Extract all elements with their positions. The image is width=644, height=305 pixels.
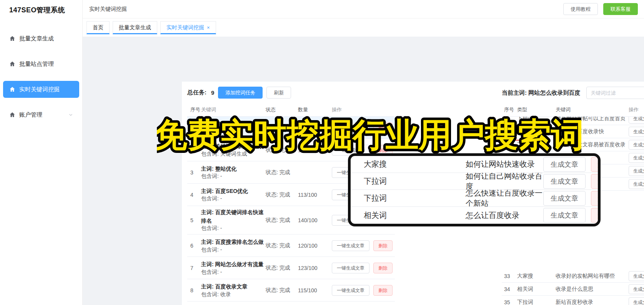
row-include-words: 包含词: - xyxy=(201,173,222,179)
tasks-total-label: 总任务: xyxy=(187,89,206,96)
tutorial-button[interactable]: 使用教程 xyxy=(563,3,598,15)
sidebar-item-batch-site[interactable]: 批量站点管理 xyxy=(3,55,79,72)
table-row[interactable]: 22 下拉词 哪个网站百度收录快 生成文章删除 xyxy=(502,125,644,138)
row-count: 123/100 xyxy=(298,265,332,271)
row-type: 大家搜 xyxy=(517,273,556,280)
row-keyword: 如何让网站快速收录 xyxy=(466,159,543,169)
delete-button[interactable]: 删除 xyxy=(373,285,393,296)
row-keyword: 怎么快速让百度收录一个新站 xyxy=(466,190,543,207)
col-keyword: 关键词 xyxy=(201,106,266,113)
home-icon xyxy=(9,112,15,118)
tab-label: 批量文章生成 xyxy=(119,24,151,31)
table-row[interactable]: 6 主词: 百度搜索排名怎么做包含词: - 状态: 完成 120/100 一键生… xyxy=(187,235,395,257)
col-type: 类型 xyxy=(517,106,556,113)
generate-article-button[interactable]: 生成文章 xyxy=(543,157,586,172)
table-row[interactable]: 8 主词: 百度收录文章包含词: 收录 状态: 完成 115/100 一键生成文… xyxy=(187,279,395,302)
row-status: 状态: 完成 xyxy=(266,242,298,249)
generate-article-button[interactable]: 生成文章 xyxy=(629,271,644,281)
tab-home[interactable]: 首页 xyxy=(87,21,110,34)
row-type: 相关词 xyxy=(364,210,466,221)
generate-article-button[interactable]: 生成文章 xyxy=(629,284,644,294)
row-keyword: 收录是什么意思 xyxy=(556,286,629,293)
keyword-filter-input[interactable] xyxy=(586,87,644,99)
refresh-button[interactable]: 刷新 xyxy=(266,87,291,99)
generate-article-button[interactable]: 生成文章 xyxy=(629,140,644,150)
col-status: 状态 xyxy=(266,106,298,113)
home-icon xyxy=(9,35,15,42)
row-keyword: 新站百度秒收录 xyxy=(556,299,629,305)
tab-batch-article[interactable]: 批量文章生成 xyxy=(113,21,157,34)
row-type-highlighted: 下拉词 xyxy=(513,140,537,150)
row-main-keyword: 主词: 百度关键词排名快速排名 xyxy=(201,209,264,224)
generate-article-button[interactable]: 一键生成文章 xyxy=(332,263,369,273)
tab-label: 首页 xyxy=(93,24,103,31)
table-row[interactable]: 23 下拉词 哪些平台发文容易被百度收录 生成文章删除 xyxy=(502,138,644,151)
generate-article-button[interactable]: 生成文章 xyxy=(629,117,644,124)
generate-article-button[interactable]: 生成文章 xyxy=(629,166,644,176)
row-count: 100/100 xyxy=(298,147,332,153)
table-row[interactable]: 35 下拉词 新站百度秒收录 生成文章删除 xyxy=(502,296,644,305)
row-main-keyword: 主词: 关键词文章自动生成 xyxy=(201,143,264,149)
generate-article-button[interactable]: 生成文章 xyxy=(629,297,644,305)
row-count: 115/100 xyxy=(298,287,332,293)
generate-article-button[interactable]: 生成文章 xyxy=(543,174,586,189)
sidebar-menu: 批量文章生成 批量站点管理 实时关键词挖掘 账户管理 xyxy=(0,30,82,123)
sidebar-item-batch-article[interactable]: 批量文章生成 xyxy=(3,30,79,47)
row-no: 2 xyxy=(187,147,201,153)
delete-button[interactable]: 删除 xyxy=(591,191,598,206)
row-main-keyword: 主词: 百度搜索排名怎么做 xyxy=(201,239,264,245)
sidebar: 147SEO管理系统 批量文章生成 批量站点管理 实时关键词挖掘 账户管理 xyxy=(0,0,83,305)
tab-keyword-mining[interactable]: 实时关键词挖掘 × xyxy=(160,21,216,34)
add-mining-task-button[interactable]: 添加挖词任务 xyxy=(218,87,263,99)
table-row[interactable]: 1 主词: 网站怎么收录到百度包含词: - 状态: 完成 112/100 一键生… xyxy=(187,117,395,139)
delete-button[interactable]: 删除 xyxy=(373,240,393,251)
tasks-table-header: 序号 关键词 状态 数量 操作 xyxy=(187,104,395,117)
table-row[interactable]: 34 相关词 收录是什么意思 生成文章删除 xyxy=(502,283,644,296)
close-icon[interactable]: × xyxy=(207,25,210,30)
delete-button[interactable]: 删除 xyxy=(373,263,393,273)
sidebar-item-keyword-mining[interactable]: 实时关键词挖掘 xyxy=(3,81,79,98)
table-row[interactable]: 21 下拉词 哪个网站发帖可以上百度首页 生成文章删除 xyxy=(502,117,644,125)
row-no: 7 xyxy=(187,265,201,271)
row-keyword: 哪个网站发帖可以上百度首页 xyxy=(556,117,629,122)
chevron-down-icon xyxy=(68,112,73,117)
tasks-header: 总任务: 9 添加挖词任务 刷新 xyxy=(187,87,291,99)
sidebar-item-account[interactable]: 账户管理 xyxy=(3,106,79,123)
home-icon xyxy=(9,61,15,67)
row-type: 下拉词 xyxy=(517,128,556,135)
delete-button[interactable]: 删除 xyxy=(591,157,598,172)
row-no: 1 xyxy=(187,125,201,131)
row-status: 状态: 完成 xyxy=(266,287,298,294)
row-include-words: 包含词: - xyxy=(201,269,222,275)
generate-article-button[interactable]: 生成文章 xyxy=(543,191,586,206)
generate-article-button[interactable]: 一键生成文章 xyxy=(332,240,369,251)
col-keyword: 关键词 xyxy=(556,106,629,113)
app-logo: 147SEO管理系统 xyxy=(0,0,82,15)
generate-article-button[interactable]: 生成文章 xyxy=(629,127,644,137)
contact-support-button[interactable]: 联系客服 xyxy=(603,3,638,15)
row-keyword: 如何让自己网站收录百度 xyxy=(466,173,543,190)
generate-article-button[interactable]: 生成文章 xyxy=(629,153,644,163)
row-no: 4 xyxy=(187,192,201,198)
delete-button[interactable]: 删除 xyxy=(591,174,598,189)
generate-article-button[interactable]: 生成文章 xyxy=(543,208,586,223)
table-row[interactable]: 7 主词: 网站怎么做才有流量包含词: - 状态: 完成 123/100 一键生… xyxy=(187,257,395,279)
generate-article-button[interactable]: 生成文章 xyxy=(629,179,644,189)
table-row[interactable]: 33 大家搜 收录好的发帖网站有哪些 生成文章删除 xyxy=(502,270,644,283)
row-count: 140/100 xyxy=(298,217,332,223)
generate-article-button[interactable]: 一键生成文章 xyxy=(332,122,369,133)
callout-row: 下拉词 如何让自己网站收录百度 生成文章 删除 xyxy=(351,173,598,190)
delete-button[interactable]: 删除 xyxy=(591,208,598,223)
top-header: 实时关键词挖掘 使用教程 联系客服 xyxy=(83,0,644,18)
row-include-words: 包含词: - xyxy=(201,195,222,201)
tab-label: 实时关键词挖掘 xyxy=(166,24,204,31)
keywords-header: 当前主词: 网站怎么收录到百度 是否生成:全部 xyxy=(502,87,644,99)
generate-article-button[interactable]: 一键生成文章 xyxy=(332,285,369,296)
row-no: 35 xyxy=(502,299,517,305)
delete-button[interactable]: 删除 xyxy=(373,122,393,133)
row-status: 状态: 完成 xyxy=(266,147,298,154)
keyword-filter xyxy=(586,87,644,99)
sidebar-item-label: 批量文章生成 xyxy=(19,35,54,42)
keywords-table-header: 序号 类型 关键词 操作 xyxy=(502,104,644,117)
col-action: 操作 xyxy=(629,106,644,113)
